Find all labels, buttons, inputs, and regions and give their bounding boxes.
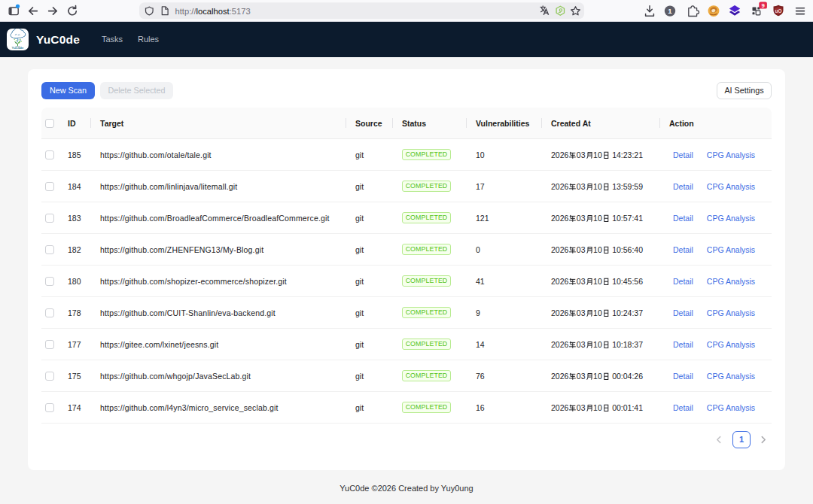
svg-text:9: 9 <box>761 2 765 9</box>
svg-text:uO: uO <box>775 8 781 14</box>
svg-text:http://localhost:5173: http://localhost:5173 <box>175 7 251 16</box>
svg-text:YuC0de: YuC0de <box>12 46 24 50</box>
svg-text:1: 1 <box>668 7 672 15</box>
